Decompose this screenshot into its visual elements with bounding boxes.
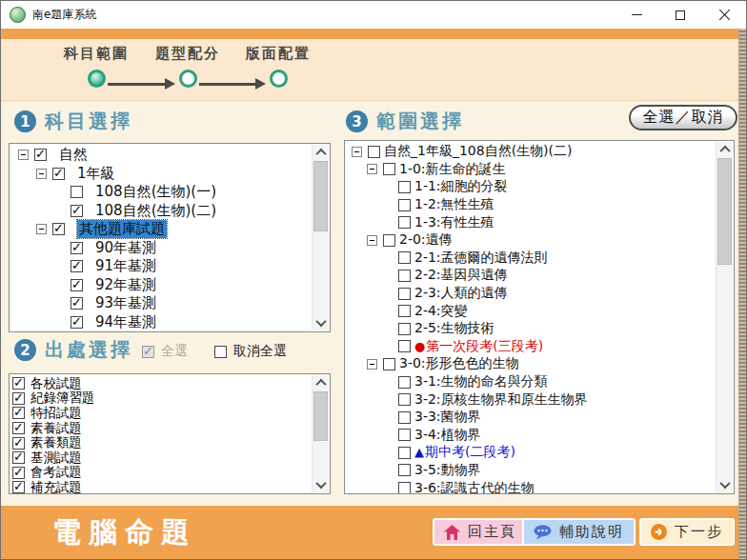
tree-checkbox[interactable] [52, 168, 65, 180]
item-checkbox[interactable] [12, 392, 25, 405]
tree-checkbox[interactable] [398, 340, 411, 352]
tree-checkbox[interactable] [52, 223, 65, 235]
minimize-button[interactable] [615, 1, 658, 29]
tree-row[interactable]: 自然 [12, 146, 311, 165]
scroll-up-button[interactable] [717, 142, 733, 157]
deselect-all-checkbox[interactable] [214, 346, 227, 358]
tree-checkbox[interactable] [71, 205, 83, 217]
tree-checkbox[interactable] [383, 163, 395, 175]
tree-checkbox[interactable] [398, 199, 411, 211]
tree-row[interactable]: 3-6:認識古代的生物 [348, 479, 715, 493]
tree-checkbox[interactable] [71, 279, 83, 291]
tree-label[interactable]: ●第一次段考(三段考) [414, 338, 543, 355]
tree-label[interactable]: 1-2:無性生殖 [414, 196, 495, 213]
tree-label[interactable]: 其他題庫試題 [77, 220, 167, 238]
item-checkbox[interactable] [12, 377, 25, 390]
tree-label[interactable]: 108自然(生物)(一) [95, 183, 216, 201]
tree-row[interactable]: 1-0:新生命的誕生 [348, 161, 715, 179]
tree-label[interactable]: 1年級 [77, 165, 115, 183]
select-all-checkbox[interactable] [142, 346, 154, 358]
expander-minus-icon[interactable] [367, 359, 377, 370]
scroll-up-button[interactable] [313, 145, 329, 160]
tree-label[interactable]: 2-1:孟德爾的遺傳法則 [414, 250, 548, 267]
tree-label[interactable]: 自然 [59, 146, 88, 164]
list-item[interactable]: 紀錄簿習題 [12, 391, 311, 407]
scroll-up-button[interactable] [313, 375, 329, 390]
tree-label[interactable]: 2-5:生物技術 [414, 320, 495, 337]
tree-row[interactable]: 90年基測 [12, 239, 311, 258]
step-circle-active-icon[interactable] [88, 70, 106, 88]
maximize-button[interactable] [658, 1, 702, 29]
scrollbar-thumb[interactable] [313, 161, 328, 231]
list-item[interactable]: 基測試題 [12, 450, 311, 466]
tree-label[interactable]: 2-2:基因與遺傳 [414, 267, 508, 284]
tree-checkbox[interactable] [398, 482, 411, 493]
tree-label[interactable]: 3-3:菌物界 [414, 409, 481, 426]
next-step-button[interactable]: 下一步 [639, 518, 735, 546]
tree-label[interactable]: 3-4:植物界 [414, 427, 481, 444]
tree-row[interactable]: 1年級 [12, 165, 311, 184]
scroll-down-button[interactable] [717, 477, 733, 492]
tree-label[interactable]: ▲期中考(二段考) [414, 444, 515, 461]
tree-row[interactable]: 94年基測 [12, 313, 311, 332]
tree-row[interactable]: 2-0:遺傳 [348, 231, 715, 250]
step-subject-range[interactable]: 科目範圍 [50, 45, 142, 88]
tree-label[interactable]: 1-0:新生命的誕生 [399, 161, 506, 178]
list-item[interactable]: 素養試題 [12, 421, 311, 436]
tree-row[interactable]: 自然_1年級_108自然(生物)(二) [348, 143, 715, 161]
step-layout[interactable]: 版面配置 [232, 45, 324, 88]
tree-checkbox[interactable] [368, 146, 380, 158]
tree-checkbox[interactable] [398, 376, 411, 389]
tree-checkbox[interactable] [398, 216, 411, 229]
list-item[interactable]: 補充試題 [12, 480, 311, 493]
tree-row[interactable]: 3-0:形形色色的生物 [348, 355, 715, 373]
list-item[interactable]: 素養類題 [12, 435, 311, 450]
page-scrollbar[interactable] [738, 29, 746, 559]
tree-row[interactable]: 3-1:生物的命名與分類 [348, 373, 715, 391]
tree-label[interactable]: 108自然(生物)(二) [95, 202, 216, 220]
expander-minus-icon[interactable] [367, 235, 377, 246]
tree-row[interactable]: 108自然(生物)(一) [12, 183, 311, 202]
tree-label[interactable]: 3-5:動物界 [414, 462, 481, 479]
expander-minus-icon[interactable] [367, 164, 377, 174]
scroll-down-button[interactable] [313, 315, 329, 330]
expander-minus-icon[interactable] [36, 169, 47, 179]
tree-label[interactable]: 92年基測 [95, 276, 156, 294]
tree-row[interactable]: 2-1:孟德爾的遺傳法則 [348, 250, 715, 268]
tree-label[interactable]: 90年基測 [95, 239, 156, 257]
tree-row[interactable]: 2-2:基因與遺傳 [348, 267, 715, 285]
tree-checkbox[interactable] [398, 429, 411, 441]
tree-checkbox[interactable] [398, 305, 411, 317]
tree-row[interactable]: 3-4:植物界 [348, 427, 715, 445]
tree-checkbox[interactable] [71, 242, 83, 254]
tree-checkbox[interactable] [383, 234, 395, 247]
expander-minus-icon[interactable] [36, 224, 47, 234]
tree-row[interactable]: 1-3:有性生殖 [348, 213, 715, 231]
tree-row[interactable]: 93年基測 [12, 294, 311, 313]
tree-checkbox[interactable] [71, 186, 83, 198]
tree-row[interactable]: 3-3:菌物界 [348, 409, 715, 427]
tree-row[interactable]: 3-2:原核生物界和原生生物界 [348, 390, 715, 409]
tree-row[interactable]: 91年基測 [12, 257, 311, 276]
list-item[interactable]: 特招試題 [12, 406, 311, 421]
help-button[interactable]: 輔助說明 [522, 518, 636, 546]
list-item[interactable]: 會考試題 [12, 466, 311, 481]
tree-checkbox[interactable] [398, 288, 411, 300]
tree-row[interactable]: 1-1:細胞的分裂 [348, 178, 715, 196]
tree-checkbox[interactable] [398, 464, 411, 476]
tree-label[interactable]: 3-1:生物的命名與分類 [414, 373, 548, 390]
tree-checkbox[interactable] [398, 411, 411, 424]
home-button[interactable]: 回主頁 [433, 518, 528, 546]
tree-row[interactable]: 其他題庫試題 [12, 220, 311, 239]
tree-label[interactable]: 3-6:認識古代的生物 [414, 480, 535, 493]
tree-label[interactable]: 94年基測 [95, 313, 156, 331]
tree-label[interactable]: 3-2:原核生物界和原生生物界 [414, 391, 588, 409]
tree-checkbox[interactable] [383, 358, 395, 370]
tree-label[interactable]: 93年基測 [95, 294, 156, 312]
scrollbar-thumb[interactable] [313, 391, 328, 441]
item-checkbox[interactable] [12, 437, 25, 450]
list-item[interactable]: 各校試題 [12, 376, 311, 391]
tree-checkbox[interactable] [71, 297, 83, 310]
tree-checkbox[interactable] [34, 149, 47, 161]
tree-checkbox[interactable] [398, 447, 411, 459]
